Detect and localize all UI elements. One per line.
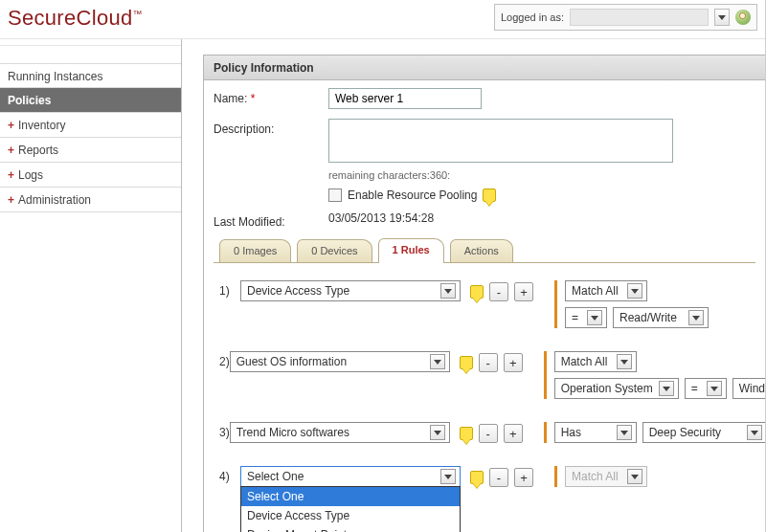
select-value: Deep Security xyxy=(649,426,721,439)
match-mode-select[interactable]: Match All xyxy=(565,280,647,301)
dropdown-option[interactable]: Device Mount Point xyxy=(241,525,460,532)
hint-icon[interactable] xyxy=(460,427,473,440)
match-mode-select[interactable]: Has xyxy=(554,422,637,443)
tab-rules[interactable]: 1 Rules xyxy=(378,238,444,263)
main: Policy Information Name: * Description: … xyxy=(182,39,765,532)
tab-actions[interactable]: Actions xyxy=(450,239,513,262)
chevron-down-icon xyxy=(617,354,632,369)
rule-type-dropdown: Select One Device Access Type Device Mou… xyxy=(240,486,461,532)
rule-number: 3) xyxy=(219,422,230,439)
sidebar-item-policies[interactable]: Policies xyxy=(0,88,181,113)
rule-number: 2) xyxy=(219,351,230,368)
login-dropdown-button[interactable] xyxy=(714,9,730,26)
match-mode-select[interactable]: Match All xyxy=(554,351,637,372)
rule-number: 1) xyxy=(219,280,240,298)
enable-resource-pooling-label: Enable Resource Pooling xyxy=(348,188,477,202)
value-select[interactable]: Deep Security xyxy=(642,422,766,443)
chevron-down-icon xyxy=(707,381,722,396)
operator-select[interactable]: = xyxy=(565,307,607,328)
rule-type-select[interactable]: Select One xyxy=(240,466,461,487)
hint-icon[interactable] xyxy=(460,356,473,369)
sidebar: Running Instances Policies Inventory Rep… xyxy=(0,39,182,532)
dropdown-option[interactable]: Select One xyxy=(241,487,460,506)
name-input[interactable] xyxy=(328,88,482,109)
policy-tabs: 0 Images 0 Devices 1 Rules Actions xyxy=(214,238,755,263)
select-value: Match All xyxy=(572,284,619,298)
add-rule-button[interactable]: + xyxy=(504,424,523,443)
add-rule-button[interactable]: + xyxy=(514,282,533,301)
rule-conditions: Match All = Read/Write xyxy=(554,280,709,328)
select-value: Windows xyxy=(739,382,766,395)
value-select[interactable]: Read/Write xyxy=(613,307,709,328)
sidebar-item-logs[interactable]: Logs xyxy=(0,163,181,188)
rule-type-select[interactable]: Trend Micro softwares xyxy=(230,422,450,443)
select-value: = xyxy=(572,311,578,324)
last-modified-value: 03/05/2013 19:54:28 xyxy=(328,211,434,225)
dropdown-option[interactable]: Device Access Type xyxy=(241,506,460,525)
tab-images[interactable]: 0 Images xyxy=(219,239,291,262)
select-value: Select One xyxy=(247,470,304,483)
header: SecureCloud™ Logged in as: xyxy=(0,0,765,38)
remove-rule-button[interactable]: - xyxy=(489,282,508,301)
hint-icon[interactable] xyxy=(470,285,484,299)
rule-conditions: Match All Operation System = Windows xyxy=(544,351,766,399)
select-value: Device Access Type xyxy=(247,284,349,298)
chevron-down-icon xyxy=(747,425,762,440)
add-rule-button[interactable]: + xyxy=(504,353,523,372)
field-select[interactable]: Operation System xyxy=(554,378,679,399)
chevron-down-icon xyxy=(627,469,642,484)
sidebar-item-label: Policies xyxy=(8,94,51,107)
chevron-down-icon xyxy=(688,310,704,325)
rule-type-select[interactable]: Device Access Type xyxy=(240,280,461,301)
rule-number: 4) xyxy=(219,466,240,483)
enable-resource-pooling-checkbox[interactable] xyxy=(328,188,342,202)
login-box: Logged in as: xyxy=(494,4,757,31)
rule-row: 3) Trend Micro softwares - + xyxy=(219,422,746,443)
sidebar-item-running-instances[interactable]: Running Instances xyxy=(0,63,181,88)
hint-icon[interactable] xyxy=(483,188,496,202)
select-value: Operation System xyxy=(561,382,653,395)
add-rule-button[interactable]: + xyxy=(514,468,533,487)
name-label: Name: * xyxy=(214,88,328,105)
sidebar-item-reports[interactable]: Reports xyxy=(0,138,181,163)
remove-rule-button[interactable]: - xyxy=(479,424,498,443)
login-user-field xyxy=(570,9,709,26)
rule-type-select[interactable]: Guest OS information xyxy=(230,351,450,372)
remove-rule-button[interactable]: - xyxy=(479,353,498,372)
chevron-down-icon xyxy=(430,425,445,440)
sidebar-item-label: Inventory xyxy=(18,119,65,132)
tab-label: Actions xyxy=(464,245,499,256)
brand-tm: ™ xyxy=(133,9,143,19)
chevron-down-icon xyxy=(587,310,602,325)
chevron-down-icon xyxy=(617,425,632,440)
tab-label: 1 Rules xyxy=(393,244,430,255)
select-value: Match All xyxy=(572,470,619,483)
remove-rule-button[interactable]: - xyxy=(489,468,508,487)
sidebar-item-inventory[interactable]: Inventory xyxy=(0,113,181,138)
last-modified-label: Last Modified: xyxy=(214,211,328,229)
sidebar-item-label: Administration xyxy=(18,193,91,207)
rule-row: 1) Device Access Type - + xyxy=(219,280,746,328)
hint-icon[interactable] xyxy=(470,471,484,484)
tab-label: 0 Images xyxy=(234,245,277,256)
login-label: Logged in as: xyxy=(501,11,564,23)
value-select[interactable]: Windows xyxy=(732,378,766,399)
operator-select[interactable]: = xyxy=(685,378,727,399)
sidebar-item-label: Reports xyxy=(18,144,58,157)
section-title: Policy Information xyxy=(204,55,765,80)
sidebar-item-administration[interactable]: Administration xyxy=(0,188,181,212)
sidebar-item-label: Running Instances xyxy=(8,70,102,83)
rule-conditions: Has Deep Security xyxy=(544,422,766,443)
rule-conditions: Match All xyxy=(554,466,647,487)
chevron-down-icon xyxy=(440,469,456,484)
user-avatar-icon[interactable] xyxy=(735,10,751,25)
chevron-down-icon xyxy=(440,283,456,299)
tab-devices[interactable]: 0 Devices xyxy=(297,239,372,262)
remaining-characters: remaining characters:360: xyxy=(328,169,673,181)
description-textarea[interactable] xyxy=(328,119,673,163)
policy-form: Name: * Description: remaining character… xyxy=(204,80,765,495)
sidebar-item-label: Logs xyxy=(18,168,43,182)
match-mode-select: Match All xyxy=(565,466,647,487)
select-value: Match All xyxy=(561,355,608,368)
rule-row: 4) Select One Select One Device Access T… xyxy=(219,466,746,487)
